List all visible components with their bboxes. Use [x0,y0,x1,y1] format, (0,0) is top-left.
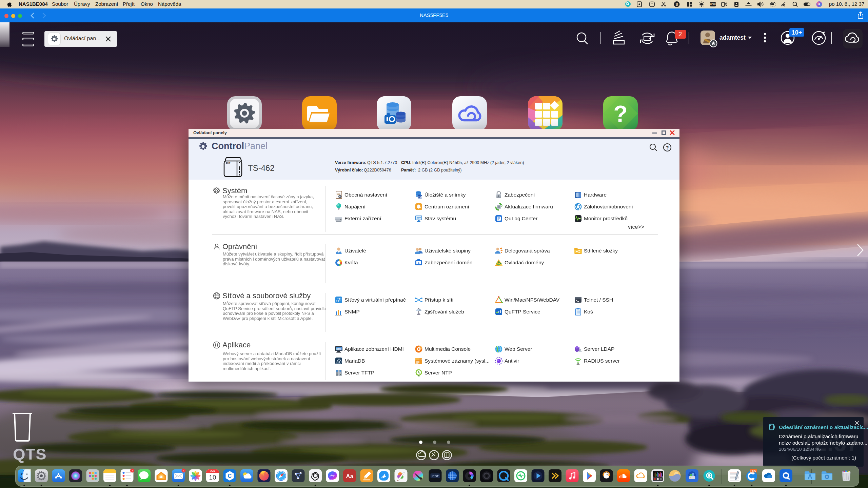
svg-text:MariaDB: MariaDB [336,363,341,364]
svg-text:10: 10 [209,474,216,481]
svg-text:IEDT: IEDT [432,474,439,478]
svg-text:?: ? [613,101,628,126]
svg-text:10+: 10+ [792,29,802,36]
svg-text:Aa: Aa [346,473,353,480]
svg-text:adamtest: adamtest [719,34,746,41]
svg-text:?: ? [666,145,669,150]
svg-text:HDMI: HDMI [710,3,716,5]
svg-text:QNAP: QNAP [226,162,230,164]
svg-text:PRO: PRO [750,469,756,472]
svg-text:LOG: LOG [419,359,422,360]
svg-text:C: C [228,473,232,479]
svg-text:HDMI: HDMI [336,348,341,350]
svg-text:S: S [675,2,678,6]
svg-text:2: 2 [678,30,682,38]
svg-text:ČVN: ČVN [210,470,215,472]
svg-text:4: 4 [183,469,184,472]
svg-text:7: 7 [132,469,133,472]
